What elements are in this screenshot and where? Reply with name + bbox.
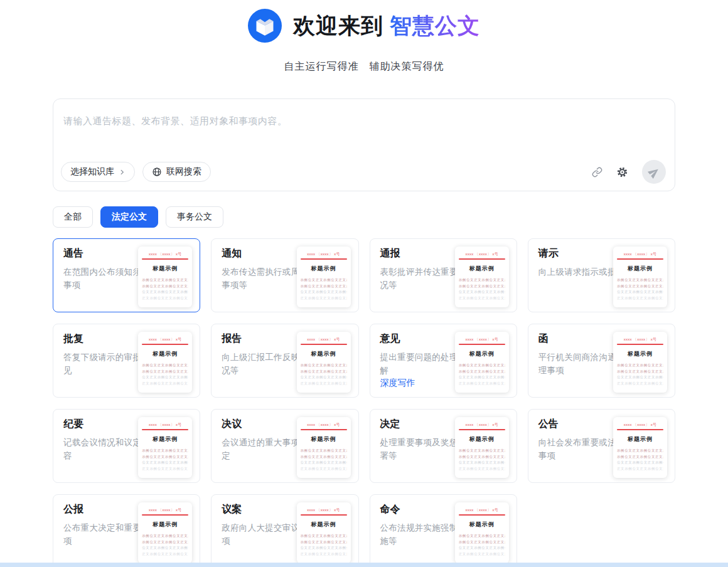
- main-page: 欢迎来到智慧公文 自主运行写得准 辅助决策写得优 选择知识库 联网搜索: [53, 0, 675, 567]
- thumbnail-doc-number: xxxx 〔xxxx〕 x号: [459, 422, 505, 428]
- composer-actions: [592, 160, 666, 184]
- thumbnail-body-line: 公文正文示例公文正文示例公文正文示: [142, 460, 188, 466]
- thumbnail-body-line: 示例公文正文示例公文正文示例公文正: [142, 363, 188, 369]
- filter-tabs: 全部 法定公文 事务公文: [53, 206, 675, 228]
- document-preview-thumbnail: xxxx 〔xxxx〕 x号 标题示例 示例公文正文示例公文正文示例公文正 示例…: [455, 332, 509, 393]
- thumbnail-red-rule: [459, 258, 505, 260]
- thumbnail-body-line: 公文正文示例公文正文示例公文正文示: [301, 289, 347, 295]
- attach-link-button[interactable]: [592, 167, 602, 178]
- document-type-card-3[interactable]: 请示 向上级请求指示或批准 xxxx 〔xxxx〕 x号 标题示例 示例公文正文…: [528, 238, 675, 312]
- card-description: 处理重要事项及奖惩部署等: [380, 437, 467, 463]
- thumbnail-doc-title: 标题示例: [617, 435, 663, 443]
- thumbnail-body-line: 示例公文正文示例公文正文示例公文正: [617, 284, 663, 290]
- thumbnail-body-line: 示例公文正文示例公文正文示例公文正: [301, 363, 347, 369]
- document-type-card-0[interactable]: 通告 在范围内公布须知须守事项 xxxx 〔xxxx〕 x号 标题示例 示例公文…: [53, 238, 200, 312]
- page-title: 欢迎来到智慧公文: [293, 11, 480, 41]
- thumbnail-doc-title: 标题示例: [142, 521, 188, 529]
- document-type-card-13[interactable]: 议案 政府向人大提交审议事项 xxxx 〔xxxx〕 x号 标题示例 示例公文正…: [211, 494, 358, 567]
- document-type-card-1[interactable]: 通知 发布传达需执行或周知事项等 xxxx 〔xxxx〕 x号 标题示例 示例公…: [211, 238, 358, 312]
- card-description: 记载会议情况和议定内容: [63, 437, 150, 463]
- thumbnail-body-line: 公文正文示例公文正文示例公文正文示: [459, 545, 505, 551]
- thumbnail-body-line: 示例公文正文示例公文正文示例公文正: [142, 539, 188, 546]
- thumbnail-body-line: 公文正文示例公文正文示例公文正文示: [301, 460, 347, 466]
- send-button[interactable]: [642, 160, 666, 184]
- thumbnail-body-text: 示例公文正文示例公文正文示例公文正 示例公文正文示例公文正文示例公文正 公文正文…: [301, 363, 347, 387]
- thumbnail-body-line: 示例公文正文示例公文正文示例公文正: [459, 533, 505, 539]
- thumbnail-body-text: 示例公文正文示例公文正文示例公文正 示例公文正文示例公文正文示例公文正 公文正文…: [459, 533, 505, 558]
- thumbnail-red-rule: [617, 344, 663, 345]
- thumbnail-body-line: 示例公文正文示例公文正文示例公文正: [142, 533, 188, 539]
- card-description: 向上级汇报工作反映情况等: [222, 351, 308, 378]
- tab-all[interactable]: 全部: [53, 206, 93, 228]
- thumbnail-body-line: 正文示例公文正文示例公文正文示例公: [459, 466, 505, 472]
- thumbnail-body-line: 正文示例公文正文示例公文正文示例公: [142, 466, 188, 472]
- prompt-input[interactable]: [63, 115, 665, 154]
- document-type-card-10[interactable]: 决定 处理重要事项及奖惩部署等 xxxx 〔xxxx〕 x号 标题示例 示例公文…: [370, 409, 517, 483]
- thumbnail-doc-title: 标题示例: [459, 350, 505, 358]
- document-type-card-14[interactable]: 命令 公布法规并实施强制措施等 xxxx 〔xxxx〕 x号 标题示例 示例公文…: [370, 494, 517, 567]
- thumbnail-body-line: 正文示例公文正文示例公文正文示例公: [459, 381, 505, 387]
- thumbnail-body-text: 示例公文正文示例公文正文示例公文正 示例公文正文示例公文正文示例公文正 公文正文…: [459, 363, 505, 387]
- document-preview-thumbnail: xxxx 〔xxxx〕 x号 标题示例 示例公文正文示例公文正文示例公文正 示例…: [613, 246, 667, 307]
- card-description: 在范围内公布须知须守事项: [63, 266, 150, 292]
- thumbnail-body-line: 正文示例公文正文示例公文正文示例公: [142, 295, 188, 302]
- document-type-card-6[interactable]: 意见 提出重要问题的处理见解 深度写作 xxxx 〔xxxx〕 x号 标题示例 …: [370, 324, 517, 398]
- thumbnail-body-text: 示例公文正文示例公文正文示例公文正 示例公文正文示例公文正文示例公文正 公文正文…: [459, 448, 505, 472]
- tab-administrative-documents[interactable]: 事务公文: [166, 206, 223, 228]
- document-preview-thumbnail: xxxx 〔xxxx〕 x号 标题示例 示例公文正文示例公文正文示例公文正 示例…: [455, 502, 509, 563]
- thumbnail-body-line: 示例公文正文示例公文正文示例公文正: [617, 448, 663, 454]
- document-type-card-12[interactable]: 公报 公布重大决定和重要事项 xxxx 〔xxxx〕 x号 标题示例 示例公文正…: [53, 494, 200, 567]
- thumbnail-doc-number: xxxx 〔xxxx〕 x号: [142, 252, 188, 257]
- card-description: 会议通过的重大事项决定: [222, 437, 308, 463]
- document-preview-thumbnail: xxxx 〔xxxx〕 x号 标题示例 示例公文正文示例公文正文示例公文正 示例…: [138, 332, 192, 393]
- thumbnail-body-line: 示例公文正文示例公文正文示例公文正: [301, 369, 347, 375]
- thumbnail-red-rule: [459, 514, 505, 516]
- thumbnail-body-text: 示例公文正文示例公文正文示例公文正 示例公文正文示例公文正文示例公文正 公文正文…: [142, 277, 188, 302]
- thumbnail-body-line: 示例公文正文示例公文正文示例公文正: [301, 533, 347, 539]
- page-title-prefix: 欢迎来到: [293, 13, 383, 38]
- thumbnail-body-text: 示例公文正文示例公文正文示例公文正 示例公文正文示例公文正文示例公文正 公文正文…: [617, 448, 663, 472]
- deep-writing-link[interactable]: 深度写作: [380, 378, 415, 389]
- document-preview-thumbnail: xxxx 〔xxxx〕 x号 标题示例 示例公文正文示例公文正文示例公文正 示例…: [297, 502, 351, 563]
- composer-toolbar: 选择知识库 联网搜索: [61, 160, 666, 184]
- thumbnail-body-line: 示例公文正文示例公文正文示例公文正: [617, 277, 663, 284]
- card-grid: 通告 在范围内公布须知须守事项 xxxx 〔xxxx〕 x号 标题示例 示例公文…: [53, 238, 675, 567]
- card-description: 向社会发布重要或法定事项: [538, 437, 625, 463]
- web-search-button[interactable]: 联网搜索: [142, 162, 211, 182]
- thumbnail-body-line: 正文示例公文正文示例公文正文示例公: [617, 295, 663, 302]
- document-type-card-2[interactable]: 通报 表彰批评并传达重要情况等 xxxx 〔xxxx〕 x号 标题示例 示例公文…: [370, 238, 517, 312]
- select-knowledge-base-button[interactable]: 选择知识库: [61, 162, 135, 182]
- document-preview-thumbnail: xxxx 〔xxxx〕 x号 标题示例 示例公文正文示例公文正文示例公文正 示例…: [138, 246, 192, 307]
- page-subtitle: 自主运行写得准 辅助决策写得优: [53, 60, 675, 73]
- document-type-card-9[interactable]: 决议 会议通过的重大事项决定 xxxx 〔xxxx〕 x号 标题示例 示例公文正…: [211, 409, 358, 483]
- thumbnail-doc-title: 标题示例: [459, 265, 505, 273]
- document-type-card-4[interactable]: 批复 答复下级请示的审批意见 xxxx 〔xxxx〕 x号 标题示例 示例公文正…: [53, 324, 200, 398]
- document-preview-thumbnail: xxxx 〔xxxx〕 x号 标题示例 示例公文正文示例公文正文示例公文正 示例…: [297, 332, 351, 393]
- thumbnail-red-rule: [459, 429, 505, 430]
- thumbnail-doc-number: xxxx 〔xxxx〕 x号: [459, 507, 505, 513]
- thumbnail-doc-number: xxxx 〔xxxx〕 x号: [301, 252, 347, 257]
- thumbnail-doc-number: xxxx 〔xxxx〕 x号: [617, 337, 663, 342]
- thumbnail-body-line: 示例公文正文示例公文正文示例公文正: [617, 369, 663, 375]
- thumbnail-doc-number: xxxx 〔xxxx〕 x号: [301, 507, 347, 513]
- thumbnail-body-line: 示例公文正文示例公文正文示例公文正: [301, 454, 347, 460]
- bottom-scroll-strip[interactable]: [0, 563, 728, 567]
- card-description: 向上级请求指示或批准: [538, 266, 625, 279]
- thumbnail-body-text: 示例公文正文示例公文正文示例公文正 示例公文正文示例公文正文示例公文正 公文正文…: [142, 448, 188, 472]
- document-type-card-7[interactable]: 函 平行机关间商洽沟通办理事项 xxxx 〔xxxx〕 x号 标题示例 示例公文…: [528, 324, 675, 398]
- thumbnail-doc-title: 标题示例: [459, 435, 505, 443]
- web-search-label: 联网搜索: [166, 166, 201, 178]
- thumbnail-body-line: 正文示例公文正文示例公文正文示例公: [459, 295, 505, 302]
- tab-statutory-documents[interactable]: 法定公文: [100, 206, 158, 228]
- thumbnail-doc-title: 标题示例: [459, 521, 505, 529]
- document-type-card-11[interactable]: 公告 向社会发布重要或法定事项 xxxx 〔xxxx〕 x号 标题示例 示例公文…: [528, 409, 675, 483]
- document-type-card-5[interactable]: 报告 向上级汇报工作反映情况等 xxxx 〔xxxx〕 x号 标题示例 示例公文…: [211, 324, 358, 398]
- thumbnail-body-line: 正文示例公文正文示例公文正文示例公: [301, 551, 347, 558]
- document-type-card-8[interactable]: 纪要 记载会议情况和议定内容 xxxx 〔xxxx〕 x号 标题示例 示例公文正…: [53, 409, 200, 483]
- thumbnail-red-rule: [301, 514, 347, 516]
- thumbnail-body-line: 正文示例公文正文示例公文正文示例公: [301, 381, 347, 387]
- settings-gear-button[interactable]: [616, 166, 628, 178]
- thumbnail-body-line: 正文示例公文正文示例公文正文示例公: [617, 466, 663, 472]
- card-description: 提出重要问题的处理见解: [380, 351, 467, 378]
- thumbnail-red-rule: [142, 514, 188, 516]
